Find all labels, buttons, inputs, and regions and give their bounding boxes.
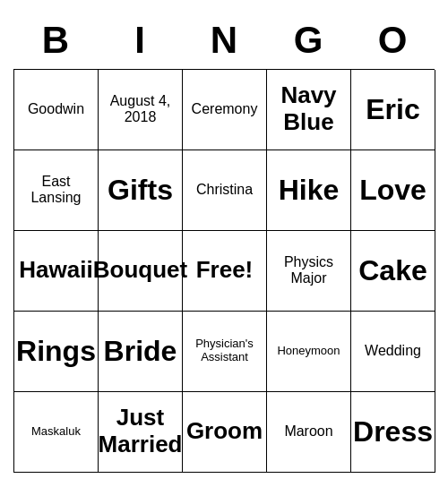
bingo-cell-9: Love <box>351 150 435 231</box>
bingo-cell-text-0: Goodwin <box>28 101 84 117</box>
bingo-cell-6: Gifts <box>99 150 183 231</box>
bingo-cell-text-4: Eric <box>366 93 419 126</box>
bingo-cell-7: Christina <box>183 150 267 231</box>
bingo-card-container: BINGO GoodwinAugust 4, 2018CeremonyNavy … <box>13 15 435 473</box>
bingo-cell-5: East Lansing <box>14 150 99 231</box>
bingo-cell-text-15: Rings <box>16 335 96 368</box>
bingo-cell-text-7: Christina <box>196 182 253 198</box>
bingo-cell-text-22: Groom <box>186 418 263 445</box>
bingo-grid: GoodwinAugust 4, 2018CeremonyNavy BlueEr… <box>13 69 435 473</box>
bingo-cell-12: Free! <box>183 231 267 312</box>
bingo-cell-text-3: Navy Blue <box>271 82 347 136</box>
bingo-cell-2: Ceremony <box>183 70 267 150</box>
bingo-cell-text-20: Maskaluk <box>31 425 81 439</box>
bingo-cell-text-21: Just Married <box>99 405 183 458</box>
bingo-cell-text-18: Honeymoon <box>277 345 340 358</box>
bingo-cell-text-13: Physics Major <box>271 254 347 287</box>
bingo-cell-text-24: Dress <box>353 415 433 449</box>
header-letter-i: I <box>99 19 180 62</box>
bingo-cell-text-8: Hike <box>279 174 340 207</box>
bingo-cell-text-6: Gifts <box>108 174 173 207</box>
bingo-cell-22: Groom <box>183 392 267 473</box>
header-letter-n: N <box>184 19 264 62</box>
bingo-cell-23: Maroon <box>267 392 351 473</box>
bingo-cell-text-19: Wedding <box>365 343 421 359</box>
bingo-cell-14: Cake <box>351 231 435 312</box>
header-letter-o: O <box>352 19 433 62</box>
bingo-cell-17: Physician's Assistant <box>183 312 267 392</box>
bingo-cell-text-9: Love <box>359 174 426 207</box>
bingo-cell-text-12: Free! <box>196 257 254 284</box>
bingo-cell-13: Physics Major <box>267 231 351 312</box>
bingo-cell-11: Bouquet <box>99 231 183 312</box>
bingo-cell-10: Hawaii <box>14 231 99 312</box>
header-letter-b: B <box>15 19 96 62</box>
bingo-cell-text-2: Ceremony <box>192 101 258 117</box>
bingo-cell-16: Bride <box>99 312 183 392</box>
bingo-cell-0: Goodwin <box>14 70 99 150</box>
bingo-cell-4: Eric <box>351 70 435 150</box>
bingo-cell-19: Wedding <box>351 312 435 392</box>
bingo-cell-text-1: August 4, 2018 <box>102 93 178 126</box>
bingo-cell-text-16: Bride <box>104 335 177 368</box>
bingo-cell-21: Just Married <box>99 392 183 473</box>
bingo-cell-15: Rings <box>14 312 99 392</box>
bingo-cell-20: Maskaluk <box>14 392 99 473</box>
bingo-cell-18: Honeymoon <box>267 312 351 392</box>
bingo-header: BINGO <box>13 15 435 69</box>
header-letter-g: G <box>268 19 349 62</box>
bingo-cell-3: Navy Blue <box>267 70 351 150</box>
bingo-cell-text-23: Maroon <box>284 423 332 440</box>
bingo-cell-text-17: Physician's Assistant <box>186 337 263 364</box>
bingo-cell-1: August 4, 2018 <box>99 70 183 150</box>
bingo-cell-text-14: Cake <box>358 254 427 287</box>
bingo-cell-text-11: Bouquet <box>93 257 187 284</box>
bingo-cell-24: Dress <box>351 392 435 473</box>
bingo-cell-text-5: East Lansing <box>18 174 94 207</box>
bingo-cell-text-10: Hawaii <box>19 257 92 284</box>
bingo-cell-8: Hike <box>267 150 351 231</box>
